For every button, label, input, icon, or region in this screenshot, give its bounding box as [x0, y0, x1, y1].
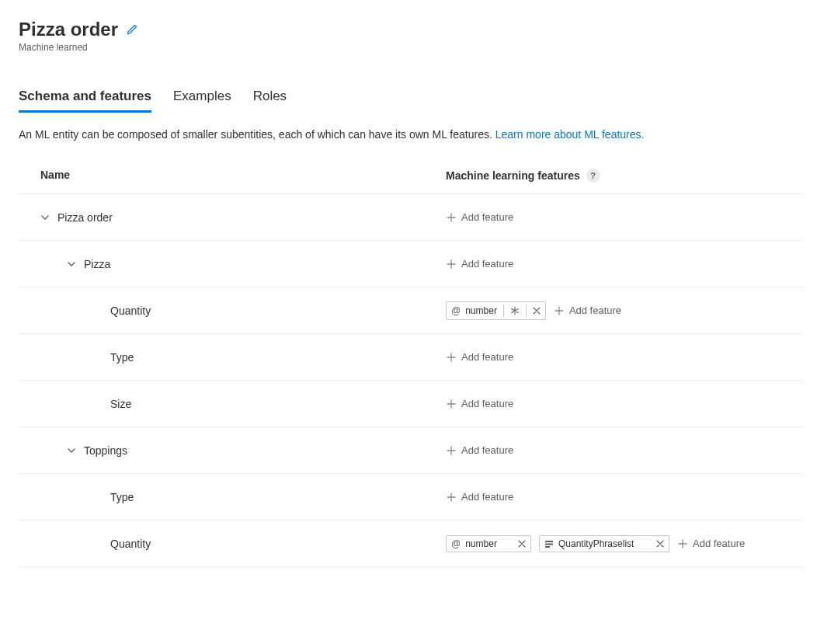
- entity-type-label: Machine learned: [19, 42, 817, 53]
- plus-icon: [446, 492, 457, 503]
- list-icon: [544, 539, 554, 548]
- features-cell: @ number Add feature: [446, 301, 621, 320]
- learn-more-link[interactable]: Learn more about ML features.: [495, 128, 645, 141]
- add-feature-label: Add feature: [461, 444, 513, 456]
- table-row: Pizza order Add feature: [19, 194, 803, 241]
- feature-chip-label: number: [465, 538, 513, 549]
- plus-icon: [446, 445, 457, 456]
- add-feature-label: Add feature: [461, 211, 513, 223]
- features-cell: Add feature: [446, 211, 513, 223]
- add-feature-button[interactable]: Add feature: [446, 351, 513, 363]
- features-cell: Add feature: [446, 491, 513, 503]
- add-feature-label: Add feature: [461, 258, 513, 270]
- page-title: Pizza order: [19, 19, 118, 40]
- help-icon[interactable]: ?: [586, 169, 600, 183]
- row-name-label[interactable]: Pizza order: [57, 211, 113, 224]
- plus-icon: [446, 212, 457, 223]
- edit-icon[interactable]: [126, 23, 138, 36]
- add-feature-label: Add feature: [693, 538, 745, 549]
- row-name-cell: Quantity: [40, 538, 446, 550]
- table-header: Name Machine learning features ?: [19, 169, 803, 194]
- description-text: An ML entity can be composed of smaller …: [19, 128, 817, 141]
- table-row: Type Add feature: [19, 334, 803, 381]
- table-row: Size Add feature: [19, 381, 803, 427]
- feature-chip-label: number: [465, 305, 497, 316]
- chevron-down-icon[interactable]: [67, 259, 76, 269]
- svg-rect-2: [545, 546, 550, 548]
- row-name-label[interactable]: Pizza: [84, 258, 110, 270]
- chevron-down-icon[interactable]: [67, 446, 76, 455]
- add-feature-button[interactable]: Add feature: [446, 258, 513, 270]
- add-feature-button[interactable]: Add feature: [446, 444, 513, 456]
- row-name-cell: Type: [40, 351, 446, 364]
- at-icon: @: [451, 305, 461, 316]
- at-icon: @: [451, 538, 461, 549]
- chevron-down-icon[interactable]: [40, 213, 50, 222]
- add-feature-label: Add feature: [461, 351, 513, 363]
- table-row: Toppings Add feature: [19, 427, 803, 474]
- plus-icon: [677, 538, 688, 549]
- table-row: Type Add feature: [19, 474, 803, 520]
- feature-chip-number[interactable]: @ number: [446, 535, 531, 552]
- column-header-ml-label: Machine learning features: [446, 169, 580, 182]
- row-name-label[interactable]: Type: [110, 491, 134, 503]
- column-header-name: Name: [40, 169, 446, 183]
- close-icon[interactable]: [656, 540, 664, 548]
- plus-icon: [446, 259, 457, 270]
- add-feature-button[interactable]: Add feature: [446, 211, 513, 223]
- tab-schema-and-features[interactable]: Schema and features: [19, 89, 151, 113]
- table-row: Quantity @ number QuantityPhraselist: [19, 520, 803, 567]
- plus-icon: [446, 352, 457, 363]
- plus-icon: [554, 305, 565, 316]
- add-feature-button[interactable]: Add feature: [446, 398, 513, 409]
- features-cell: Add feature: [446, 398, 513, 409]
- add-feature-button[interactable]: Add feature: [446, 491, 513, 503]
- description-body: An ML entity can be composed of smaller …: [19, 128, 495, 141]
- features-cell: @ number QuantityPhraselist Add: [446, 535, 745, 552]
- tab-roles[interactable]: Roles: [253, 89, 287, 113]
- row-name-label[interactable]: Toppings: [84, 444, 127, 457]
- close-icon[interactable]: [518, 540, 526, 548]
- feature-chip-label: QuantityPhraselist: [558, 538, 652, 549]
- asterisk-icon[interactable]: [510, 306, 520, 315]
- features-cell: Add feature: [446, 444, 513, 456]
- row-name-cell: Size: [40, 398, 446, 410]
- row-name-cell: Toppings: [40, 444, 446, 457]
- row-name-label[interactable]: Quantity: [110, 305, 151, 317]
- feature-chip-phraselist[interactable]: QuantityPhraselist: [539, 535, 669, 552]
- plus-icon: [446, 399, 457, 409]
- row-name-cell: Pizza: [40, 258, 446, 270]
- add-feature-label: Add feature: [461, 398, 513, 409]
- feature-chip-number[interactable]: @ number: [446, 301, 546, 320]
- close-icon[interactable]: [533, 307, 541, 315]
- row-name-label[interactable]: Type: [110, 351, 134, 364]
- row-name-label[interactable]: Size: [110, 398, 131, 410]
- tab-bar: Schema and features Examples Roles: [19, 89, 817, 113]
- row-name-cell: Type: [40, 491, 446, 503]
- svg-rect-0: [545, 541, 553, 542]
- row-name-cell: Quantity: [40, 305, 446, 317]
- chip-divider: [503, 305, 504, 317]
- table-row: Quantity @ number Add feature: [19, 287, 803, 334]
- chip-divider: [526, 305, 527, 317]
- add-feature-button[interactable]: Add feature: [677, 538, 745, 549]
- row-name-label[interactable]: Quantity: [110, 538, 151, 550]
- column-header-ml-features: Machine learning features ?: [446, 169, 600, 183]
- add-feature-label: Add feature: [461, 491, 513, 503]
- svg-rect-1: [545, 543, 553, 545]
- entities-table: Name Machine learning features ? Pizza o…: [19, 169, 803, 567]
- features-cell: Add feature: [446, 258, 513, 270]
- row-name-cell: Pizza order: [40, 211, 446, 224]
- tab-examples[interactable]: Examples: [173, 89, 231, 113]
- table-row: Pizza Add feature: [19, 241, 803, 287]
- add-feature-label: Add feature: [569, 305, 621, 316]
- features-cell: Add feature: [446, 351, 513, 363]
- add-feature-button[interactable]: Add feature: [554, 305, 621, 316]
